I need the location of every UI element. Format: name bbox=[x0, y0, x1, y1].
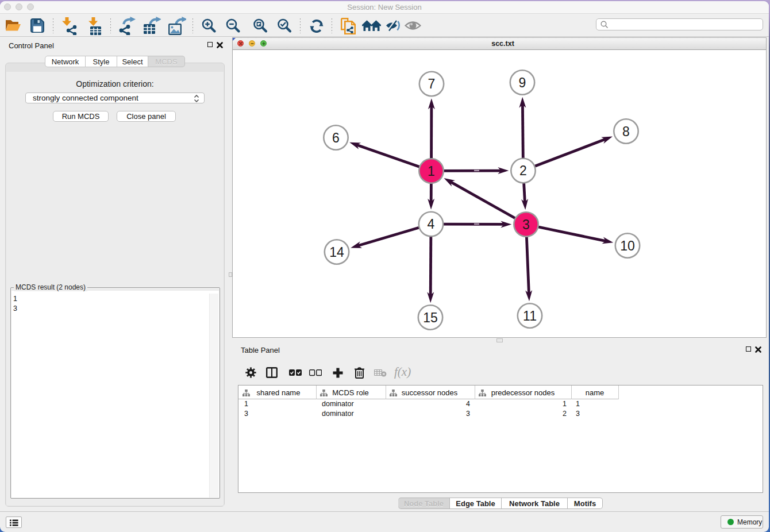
svg-text:7: 7 bbox=[428, 76, 436, 91]
svg-text:6: 6 bbox=[332, 130, 340, 145]
svg-text:9: 9 bbox=[519, 75, 526, 90]
svg-text:15: 15 bbox=[423, 310, 438, 325]
svg-text:11: 11 bbox=[523, 309, 537, 323]
svg-text:1: 1 bbox=[428, 164, 435, 179]
svg-text:10: 10 bbox=[620, 238, 635, 253]
svg-text:8: 8 bbox=[622, 124, 630, 139]
svg-text:14: 14 bbox=[329, 245, 344, 260]
svg-text:3: 3 bbox=[522, 217, 530, 232]
svg-text:2: 2 bbox=[519, 163, 527, 178]
svg-text:4: 4 bbox=[428, 217, 435, 232]
